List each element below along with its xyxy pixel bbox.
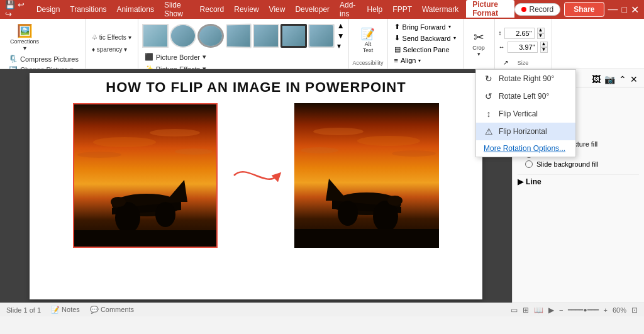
svg-point-10 xyxy=(77,152,121,158)
corrections-button[interactable]: 🖼️ Corrections ▾ xyxy=(6,21,43,53)
style-scroll-up[interactable]: ▲ xyxy=(337,21,345,30)
maximize-icon[interactable]: □ xyxy=(622,4,627,14)
picture-border-button[interactable]: ⬛ Picture Border ▾ xyxy=(142,52,345,62)
tab-design[interactable]: Design xyxy=(31,0,65,19)
fill-option-slide-bg[interactable]: Slide background fill xyxy=(525,159,639,169)
effects-label xyxy=(89,65,134,66)
tab-developer[interactable]: Developer xyxy=(290,0,335,19)
tab-help[interactable]: Help xyxy=(362,0,388,19)
ribbon-group-crop: ✂ Crop ▾ xyxy=(464,19,495,69)
fit-to-window-icon[interactable]: ⊡ xyxy=(631,306,638,315)
title-bar: 💾 ↩ ↪ Design Transitions Animations Slid… xyxy=(0,0,644,19)
record-button[interactable]: Record xyxy=(514,3,560,16)
style-thumb-2[interactable] xyxy=(170,24,196,48)
svg-rect-20 xyxy=(294,229,439,248)
zoom-slider[interactable]: ━━━━●━━━ xyxy=(568,306,598,313)
style-thumb-4[interactable] xyxy=(226,23,252,48)
rotate-dropdown: ↻ Rotate Right 90° ↺ Rotate Left 90° ↕ F… xyxy=(475,69,576,157)
width-spin-down[interactable]: ▼ xyxy=(540,47,548,53)
tab-transitions[interactable]: Transitions xyxy=(65,0,111,19)
style-thumb-5[interactable] xyxy=(253,24,279,48)
tab-slideshow[interactable]: Slide Show xyxy=(159,0,195,19)
bring-forward-icon: ⬆ xyxy=(394,23,400,31)
width-label: ↔ xyxy=(499,43,505,50)
close-icon[interactable]: ✕ xyxy=(631,4,639,16)
width-input[interactable] xyxy=(508,42,538,53)
view-controls: ▭ ⊞ 📖 ▶ − ━━━━●━━━ + 60% ⊡ xyxy=(511,306,638,315)
style-thumb-1[interactable] xyxy=(142,24,169,48)
width-field: ↔ ▲ ▼ xyxy=(499,42,548,53)
minimize-icon[interactable]: — xyxy=(608,4,618,15)
effects-options: ♧ tic Effects ▾ ♦ sparency ▾ xyxy=(89,21,134,65)
tab-review[interactable]: Review xyxy=(229,0,264,19)
style-thumb-6[interactable] xyxy=(280,24,307,48)
align-button[interactable]: ≡ Align ▾ xyxy=(392,55,459,65)
tab-record[interactable]: Record xyxy=(195,0,230,19)
panel-image-icon[interactable]: 🖼 xyxy=(592,74,601,84)
line-section-header[interactable]: ▶ Line xyxy=(518,174,639,189)
panel-close-icon[interactable]: ✕ xyxy=(630,74,638,84)
ribbon-group-picture-styles: ▲ ▼ ▾ ⬛ Picture Border ▾ ✨ Picture Effec… xyxy=(138,19,349,69)
panel-photo-icon[interactable]: 📷 xyxy=(604,74,615,84)
height-field: ↕ ▲ ▼ xyxy=(499,28,548,39)
flip-horizontal-item[interactable]: ⚠ Flip Horizontal xyxy=(476,123,575,140)
original-plane-image xyxy=(74,104,216,247)
height-input[interactable] xyxy=(504,28,535,39)
selection-pane-button[interactable]: ▤ Selection Pane xyxy=(392,44,459,55)
style-more[interactable]: ▾ xyxy=(337,42,345,50)
share-button[interactable]: Share xyxy=(564,2,604,17)
reading-view-icon[interactable]: 📖 xyxy=(534,306,543,315)
bring-forward-button[interactable]: ⬆ Bring Forward ▾ xyxy=(392,21,459,32)
height-spin-down[interactable]: ▼ xyxy=(537,33,545,39)
ribbon-group-adjust: 🖼️ Corrections ▾ 🗜️ Compress Pictures 🔄 … xyxy=(3,19,86,69)
svg-rect-13 xyxy=(294,103,439,248)
normal-view-icon[interactable]: ▭ xyxy=(511,306,518,315)
slide-show-icon[interactable]: ▶ xyxy=(548,306,554,315)
crop-button[interactable]: ✂ Crop ▾ xyxy=(467,28,490,59)
artistic-effects-button[interactable]: ♧ tic Effects ▾ xyxy=(89,33,134,42)
send-backward-icon: ⬇ xyxy=(394,34,400,42)
zoom-out-icon[interactable]: − xyxy=(559,306,563,314)
transparency-button[interactable]: ♦ sparency ▾ xyxy=(89,45,134,54)
rotate-left-item[interactable]: ↺ Rotate Left 90° xyxy=(476,87,575,105)
size-dialog-launcher[interactable]: ↗ xyxy=(503,59,508,66)
zoom-in-icon[interactable]: + xyxy=(604,306,608,314)
tab-view[interactable]: View xyxy=(264,0,291,19)
tab-fppt[interactable]: FPPT xyxy=(387,0,417,19)
notes-button[interactable]: 📝 Notes xyxy=(51,306,80,314)
tab-picture-format[interactable]: Picture Format xyxy=(466,0,514,19)
send-backward-button[interactable]: ⬇ Send Backward ▾ xyxy=(392,33,459,43)
ribbon-group-arrange: ⬆ Bring Forward ▾ ⬇ Send Backward ▾ ▤ Se… xyxy=(388,19,464,69)
comments-button[interactable]: 💬 Comments xyxy=(90,306,134,314)
tab-addins[interactable]: Add-ins xyxy=(335,0,362,19)
slide-bg-fill-radio[interactable] xyxy=(525,160,533,168)
flip-vertical-item[interactable]: ↕ Flip Vertical xyxy=(476,105,575,123)
original-image-box[interactable] xyxy=(73,103,218,248)
height-spinners: ▲ ▼ xyxy=(537,28,545,39)
svg-rect-0 xyxy=(74,104,218,248)
picture-style-thumbnails xyxy=(142,24,335,48)
size-controls: ↕ ▲ ▼ ↔ ▲ ▼ xyxy=(499,21,548,58)
style-scroll-down[interactable]: ▼ xyxy=(337,31,345,40)
alt-text-button[interactable]: 📝 Alt Text xyxy=(357,25,379,55)
bring-forward-arrow: ▾ xyxy=(448,24,451,30)
tab-animations[interactable]: Animations xyxy=(112,0,159,19)
slide-sorter-icon[interactable]: ⊞ xyxy=(523,306,529,315)
panel-collapse-icon[interactable]: ⌃ xyxy=(619,74,626,84)
picture-border-arrow: ▾ xyxy=(203,53,206,61)
align-arrow: ▾ xyxy=(418,58,421,64)
tab-watermark[interactable]: Watermark xyxy=(417,0,464,19)
alt-text-section: 📝 Alt Text xyxy=(353,21,384,58)
flipped-image-box[interactable] xyxy=(294,103,439,248)
width-spinners: ▲ ▼ xyxy=(540,42,548,53)
picture-border-icon: ⬛ xyxy=(145,53,153,61)
rotate-right-item[interactable]: ↻ Rotate Right 90° xyxy=(476,70,575,87)
compress-pictures-button[interactable]: 🗜️ Compress Pictures xyxy=(6,53,81,64)
corrections-icon: 🖼️ xyxy=(17,23,33,38)
slide-area[interactable]: HOW TO FLIP AN IMAGE IN POWERPOINT xyxy=(0,69,512,303)
style-thumb-7[interactable] xyxy=(308,24,335,48)
more-rotation-options-link[interactable]: More Rotation Options... xyxy=(476,140,575,157)
tab-list: Design Transitions Animations Slide Show… xyxy=(31,0,515,19)
crop-arrow: ▾ xyxy=(477,51,480,57)
style-thumb-3[interactable] xyxy=(197,24,224,48)
